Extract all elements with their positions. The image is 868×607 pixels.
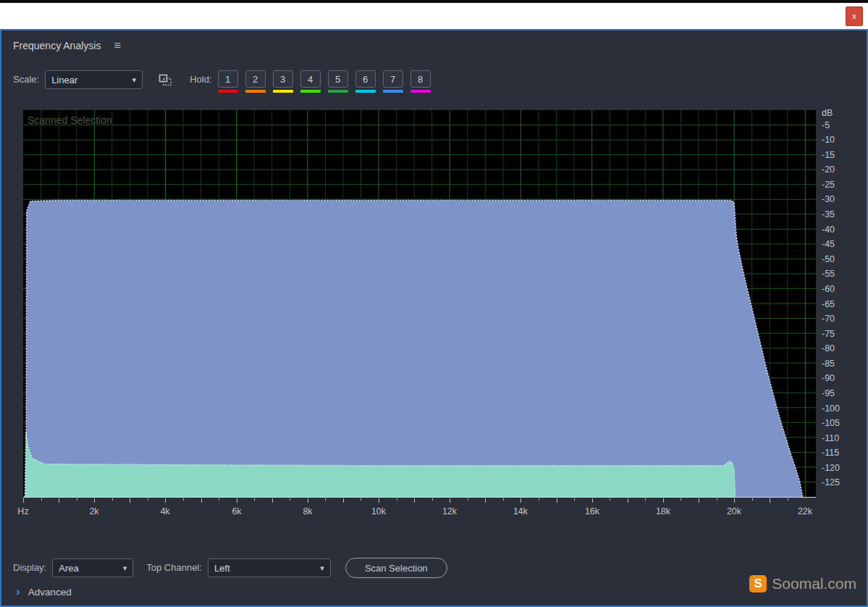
scan-selection-button[interactable]: Scan Selection [345, 558, 447, 578]
x-axis-tick [130, 498, 130, 503]
x-axis-label: 2k [78, 506, 110, 516]
hold-color-1 [218, 90, 238, 93]
x-axis-tick [468, 498, 468, 501]
x-axis-tick [699, 498, 699, 503]
x-axis-tick [183, 498, 184, 501]
y-axis-unit: dB [822, 107, 833, 119]
y-axis-label: -110 [822, 432, 839, 444]
hold-button-5[interactable]: 5 [328, 70, 348, 88]
advanced-toggle[interactable]: › Advanced [16, 585, 72, 598]
x-axis-tick [148, 498, 148, 501]
hold-button-7[interactable]: 7 [383, 70, 403, 88]
x-axis-label: 22k [789, 506, 821, 516]
chevron-down-icon: ▾ [132, 75, 137, 85]
footer-controls: Display: Area ▾ Top Channel: Left ▾ Scan… [13, 558, 447, 578]
y-axis-label: -35 [822, 209, 835, 220]
advanced-label: Advanced [28, 587, 72, 598]
x-axis-label: Hz [7, 506, 39, 516]
x-axis-tick [414, 498, 415, 503]
chevron-right-icon: › [16, 585, 20, 598]
x-axis-label: 6k [221, 506, 253, 516]
hold-button-4[interactable]: 4 [300, 70, 321, 88]
display-label: Display: [13, 558, 46, 577]
y-axis-label: -55 [822, 268, 835, 280]
x-axis-label: 18k [647, 506, 679, 516]
x-axis-tick [628, 498, 628, 503]
y-axis-label: -70 [822, 313, 835, 325]
y-axis-label: -40 [822, 224, 835, 235]
window-titlebar: x [0, 0, 868, 29]
x-axis-tick [752, 498, 753, 501]
x-axis-tick [503, 498, 504, 501]
x-axis: Hz2k4k6k8k10k12k14k16k18k20k22k [23, 498, 834, 524]
hold-color-7 [383, 90, 403, 93]
x-axis-tick [23, 498, 24, 503]
x-axis-tick [788, 498, 788, 501]
hold-color-2 [245, 90, 266, 93]
hold-color-6 [355, 90, 376, 93]
x-axis-tick [717, 498, 717, 501]
x-axis-tick [539, 498, 539, 501]
top-channel-dropdown-value: Left [214, 563, 230, 574]
panel-menu-icon[interactable]: ≡ [114, 39, 120, 52]
y-axis-label: -95 [822, 388, 835, 399]
watermark-text: Soomal.com [772, 575, 856, 593]
plot-area[interactable]: Scanned Selection [23, 110, 816, 498]
window-close-button[interactable]: x [846, 7, 863, 26]
x-axis-tick [663, 498, 664, 503]
top-channel-dropdown[interactable]: Left ▾ [208, 558, 331, 577]
hold-button-3[interactable]: 3 [273, 70, 293, 88]
y-axis-label: -30 [822, 193, 835, 205]
y-axis-label: -45 [822, 238, 835, 250]
hold-color-8 [410, 90, 431, 93]
x-axis-label: 4k [149, 506, 181, 516]
x-axis-tick [94, 498, 95, 503]
x-axis-tick [201, 498, 202, 503]
hold-button-8[interactable]: 8 [410, 70, 431, 88]
y-axis-label: -60 [822, 283, 835, 295]
hold-button-2[interactable]: 2 [245, 70, 266, 88]
x-axis-tick [112, 498, 113, 501]
x-axis-label: 8k [292, 506, 324, 516]
x-axis-tick [272, 498, 273, 503]
y-axis-label: -80 [822, 343, 835, 354]
x-axis-tick [77, 498, 77, 501]
x-axis-label: 10k [363, 506, 395, 516]
copy-graph-icon[interactable] [159, 74, 172, 88]
y-axis-label: -125 [822, 477, 840, 488]
panel-title: Frequency Analysis [13, 40, 101, 51]
y-axis-label: -10 [822, 134, 835, 146]
x-axis-tick [308, 498, 308, 503]
x-axis-tick [557, 498, 557, 503]
toolbar: Scale: Linear ▾ Hold: 12345678 [13, 70, 431, 93]
x-axis-tick [361, 498, 361, 501]
x-axis-tick [450, 498, 450, 503]
scale-dropdown[interactable]: Linear ▾ [45, 70, 143, 89]
x-axis-tick [432, 498, 433, 501]
x-axis-tick [379, 498, 379, 503]
y-axis-label: -25 [822, 179, 835, 191]
hold-button-6[interactable]: 6 [355, 70, 376, 88]
x-axis-label: 14k [505, 506, 536, 516]
y-axis: dB-5-10-15-20-25-30-35-40-45-50-55-60-65… [822, 110, 867, 505]
frequency-analysis-panel: Frequency Analysis ≡ Scale: Linear ▾ Hol… [0, 29, 868, 607]
hold-buttons-group: 12345678 [218, 70, 431, 93]
display-dropdown[interactable]: Area ▾ [52, 558, 133, 577]
x-axis-tick [592, 498, 593, 503]
y-axis-label: -115 [822, 447, 839, 459]
x-axis-tick [219, 498, 219, 501]
y-axis-label: -75 [822, 328, 835, 340]
y-axis-label: -90 [822, 372, 835, 384]
soomal-logo-icon: S [749, 575, 767, 593]
hold-button-1[interactable]: 1 [218, 70, 238, 88]
display-dropdown-value: Area [59, 563, 78, 574]
x-axis-tick [59, 498, 59, 503]
y-axis-label: -120 [822, 462, 840, 474]
x-axis-tick [485, 498, 486, 503]
x-axis-label: 20k [718, 506, 750, 516]
x-axis-tick [681, 498, 681, 501]
x-axis-label: 16k [576, 506, 608, 516]
hold-color-3 [273, 90, 293, 93]
chevron-down-icon: ▾ [123, 564, 127, 573]
x-axis-tick [254, 498, 255, 501]
